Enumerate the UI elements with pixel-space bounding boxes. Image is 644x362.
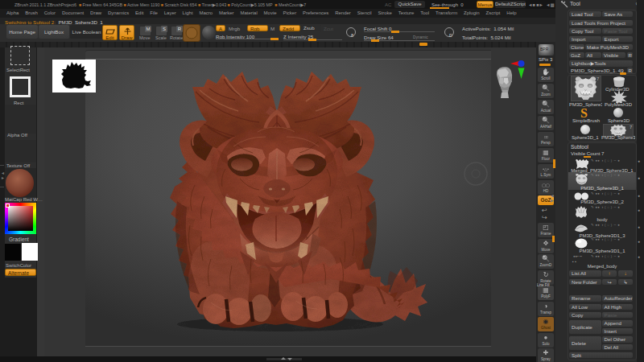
svg-text:S: S xyxy=(580,107,588,119)
